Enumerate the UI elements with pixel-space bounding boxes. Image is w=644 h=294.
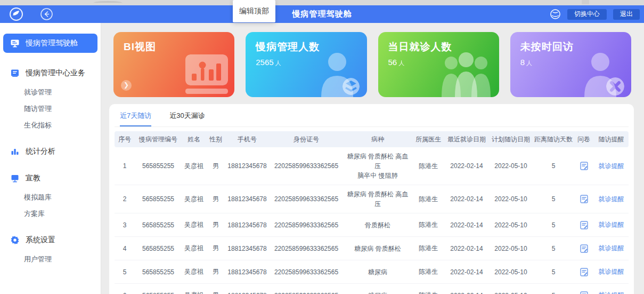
cell-diseases: 糖尿病 骨质酥松 高血压 脑卒中 慢阻肺 xyxy=(344,147,412,185)
cell-last-visit: 2022-02-14 xyxy=(445,185,488,213)
sidebar: 慢病管理驾驶舱 慢病管理中心业务 就诊管理 随访管理 生化指标 统计分析 xyxy=(0,23,101,294)
cell-days: 5 xyxy=(533,237,574,260)
followup-table: 序号 慢病管理编号 姓名 性别 手机号 身份证号 病种 所属医生 最近就诊日期 … xyxy=(115,131,629,294)
sidebar-item-label: 慢病管理驾驶舱 xyxy=(26,38,78,48)
cell-phone: 18812345678 xyxy=(225,213,269,237)
questionnaire-pencil-icon[interactable] xyxy=(580,195,588,203)
card-bi-view[interactable]: BI视图 ❯ xyxy=(113,32,234,97)
questionnaire-pencil-icon[interactable] xyxy=(580,268,588,276)
card-managed-patients[interactable]: 慢病管理人数 2565人 xyxy=(246,32,366,97)
table-row: 5 565855255 吴彦祖 男 18812345678 2202585996… xyxy=(115,260,629,284)
card-missed-followup[interactable]: 未按时回访 8人 xyxy=(510,32,631,97)
cell-id-no: 220258599633362565 xyxy=(269,237,344,260)
edit-top-menu-item[interactable]: 编辑顶部 xyxy=(233,0,275,22)
col-last-visit: 最近就诊日期 xyxy=(445,131,488,147)
sidebar-item-label: 统计分析 xyxy=(26,147,55,156)
visit-remind-link[interactable]: 就诊提醒 xyxy=(599,268,624,275)
cell-id-no: 220258599633362565 xyxy=(269,284,344,294)
table-header: 序号 慢病管理编号 姓名 性别 手机号 身份证号 病种 所属医生 最近就诊日期 … xyxy=(115,131,629,147)
table-row: 6 565855255 吴彦祖 男 18812345678 2202585996… xyxy=(115,284,629,294)
col-name: 姓名 xyxy=(182,131,206,147)
col-plan-visit: 计划随访日期 xyxy=(488,131,533,147)
cell-remind: 就诊提醒 xyxy=(594,213,629,237)
visit-remind-link[interactable]: 就诊提醒 xyxy=(599,291,624,294)
sidebar-item-dashboard[interactable]: 慢病管理驾驶舱 xyxy=(3,34,97,53)
sidebar-item-education[interactable]: 宣教 xyxy=(0,172,101,185)
sidebar-item-system-settings[interactable]: 系统设置 xyxy=(0,234,101,247)
cell-gender: 男 xyxy=(206,284,225,294)
app-window: 慢病管理驾驶舱 切换中心 退出 编辑顶部 慢病管理驾驶舱 xyxy=(0,0,644,294)
cell-plan-visit: 2022-05-10 xyxy=(488,260,533,284)
cell-diseases: 糖尿病 骨质酥松 高血压 xyxy=(344,185,412,213)
main-content: BI视图 ❯ 慢病管理人数 2565人 xyxy=(101,23,644,294)
cell-plan-visit: 2022-05-10 xyxy=(488,147,533,185)
sidebar-item-followup-management[interactable]: 随访管理 xyxy=(0,103,101,115)
cell-phone: 18812345678 xyxy=(225,185,269,213)
cell-remind: 就诊提醒 xyxy=(594,260,629,284)
col-questionnaire: 问卷 xyxy=(574,131,594,147)
col-id-no: 身份证号 xyxy=(269,131,344,147)
cell-last-visit: 2022-02-14 xyxy=(445,237,488,260)
col-days: 距离随访天数 xyxy=(533,131,574,147)
cell-seq: 2 xyxy=(115,185,135,213)
sidebar-item-label: 慢病管理中心业务 xyxy=(26,68,85,78)
strip-decoration-right xyxy=(582,0,589,4)
cell-questionnaire xyxy=(574,237,594,260)
page-title: 慢病管理驾驶舱 xyxy=(0,9,644,19)
cell-last-visit: 2022-02-14 xyxy=(445,260,488,284)
card-today-visits[interactable]: 当日就诊人数 56人 xyxy=(378,32,499,97)
people-group-icon xyxy=(438,47,494,97)
cell-seq: 4 xyxy=(115,237,135,260)
table-row: 4 565855255 吴彦祖 男 18812345678 2202585996… xyxy=(115,237,629,260)
cell-phone: 18812345678 xyxy=(225,147,269,185)
logout-button[interactable]: 退出 xyxy=(613,9,640,20)
tab-recent-7-days-followup[interactable]: 近7天随访 xyxy=(120,111,151,126)
cell-seq: 3 xyxy=(115,213,135,237)
cell-remind: 就诊提醒 xyxy=(594,284,629,294)
visit-remind-link[interactable]: 就诊提醒 xyxy=(599,195,624,203)
cell-name: 吴彦祖 xyxy=(182,147,206,185)
cell-last-visit: 2022-02-14 xyxy=(445,213,488,237)
cell-doctor: 陈港生 xyxy=(412,260,445,284)
cell-questionnaire xyxy=(574,213,594,237)
sidebar-item-center-business[interactable]: 慢病管理中心业务 xyxy=(0,67,101,80)
table-row: 3 565855255 吴彦祖 男 18812345678 2202585996… xyxy=(115,213,629,237)
table-body: 1 565855255 吴彦祖 男 18812345678 2202585996… xyxy=(115,147,629,294)
cell-name: 吴彦祖 xyxy=(182,237,206,260)
card-arrow-icon[interactable]: ❯ xyxy=(121,80,132,91)
sidebar-item-biochemical-index[interactable]: 生化指标 xyxy=(0,120,101,131)
cell-doctor: 陈港生 xyxy=(412,213,445,237)
sidebar-item-plan-library[interactable]: 方案库 xyxy=(0,208,101,220)
cell-name: 吴彦祖 xyxy=(182,213,206,237)
visit-remind-link[interactable]: 就诊提醒 xyxy=(599,244,624,252)
cell-manage-no: 565855255 xyxy=(135,237,182,260)
person-layers-icon xyxy=(311,48,362,97)
questionnaire-pencil-icon[interactable] xyxy=(580,162,588,170)
table-row: 1 565855255 吴彦祖 男 18812345678 2202585996… xyxy=(115,147,629,185)
stat-cards-row: BI视图 ❯ 慢病管理人数 2565人 xyxy=(113,32,631,97)
cell-plan-visit: 2022-05-10 xyxy=(488,213,533,237)
cell-gender: 男 xyxy=(206,185,225,213)
cell-plan-visit: 2022-05-10 xyxy=(488,185,533,213)
tab-recent-30-days-missed[interactable]: 近30天漏诊 xyxy=(169,111,205,126)
visit-remind-link[interactable]: 就诊提醒 xyxy=(599,221,624,228)
questionnaire-pencil-icon[interactable] xyxy=(580,221,588,229)
sidebar-item-statistics[interactable]: 统计分析 xyxy=(0,145,101,158)
visit-remind-link[interactable]: 就诊提醒 xyxy=(599,162,624,170)
cell-phone: 18812345678 xyxy=(225,237,269,260)
dashboard-monitor-icon xyxy=(10,38,20,48)
cell-manage-no: 565855255 xyxy=(135,260,182,284)
sidebar-item-mock-question-bank[interactable]: 模拟题库 xyxy=(0,192,101,203)
sidebar-item-visit-management[interactable]: 就诊管理 xyxy=(0,86,101,98)
globe-icon[interactable] xyxy=(550,9,561,20)
questionnaire-pencil-icon[interactable] xyxy=(580,291,588,294)
cell-last-visit: 2022-02-14 xyxy=(445,284,488,294)
cell-questionnaire xyxy=(574,185,594,213)
cell-seq: 5 xyxy=(115,260,135,284)
col-remind: 随访提醒 xyxy=(594,131,629,147)
questionnaire-pencil-icon[interactable] xyxy=(580,244,588,253)
sidebar-item-user-management[interactable]: 用户管理 xyxy=(0,253,101,265)
cell-questionnaire xyxy=(574,147,594,185)
cell-seq: 6 xyxy=(115,284,135,294)
switch-center-button[interactable]: 切换中心 xyxy=(567,9,607,20)
